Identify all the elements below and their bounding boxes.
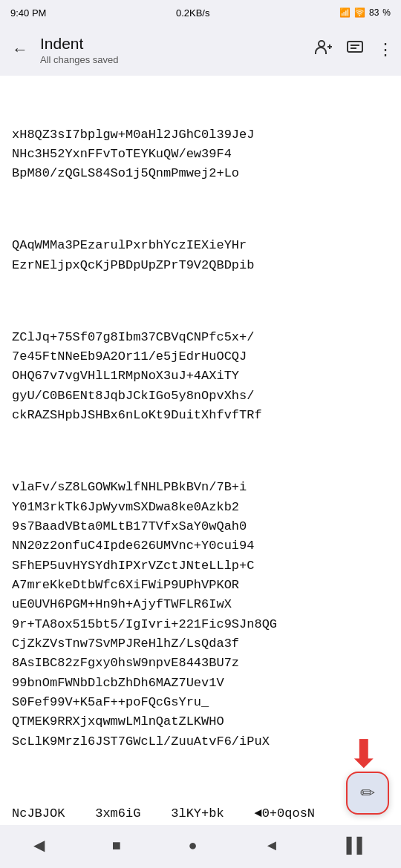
paragraph-4: vlaFv/sZ8LGOWKwlfNHLPBkBVn/7B+i Y01M3rkT… xyxy=(12,478,389,752)
status-bar: 9:40 PM 0.2KB/s 📶 🛜 83 % xyxy=(0,0,401,24)
paragraph-1: xH8QZ3sI7bplgw+M0aHl2JGhC0l39JeJ NHc3H52… xyxy=(12,125,389,184)
back-button[interactable]: ← xyxy=(7,36,33,64)
media-pause-icon[interactable]: ▌▌ xyxy=(339,834,374,857)
svg-point-0 xyxy=(319,41,325,47)
edit-icon: ✏ xyxy=(360,783,375,803)
edit-fab-button[interactable]: ✏ xyxy=(346,772,389,815)
battery-icon: 83 xyxy=(369,7,379,18)
back-nav-icon[interactable]: ◀ xyxy=(26,833,52,857)
paragraph-3: ZClJq+75Sf07g8Ibm37CBVqCNPfc5x+/ 7e45FtN… xyxy=(12,328,389,426)
add-person-button[interactable] xyxy=(315,39,333,61)
bottom-text: NcJBJOK 3xm6iG 3lKY+bk ◄0+0qosN xyxy=(12,804,389,823)
app-subtitle: All changes saved xyxy=(40,54,307,65)
svg-rect-3 xyxy=(348,42,362,52)
status-icons: 📶 🛜 83 % xyxy=(339,7,391,18)
status-time: 9:40 PM xyxy=(10,7,46,19)
app-title: Indent xyxy=(40,34,307,53)
recents-icon[interactable]: ● xyxy=(180,834,204,857)
comment-button[interactable] xyxy=(346,39,364,61)
paragraph-2: QAqWMMa3PEzarulPxrbhYczIEXieYHr EzrNEljp… xyxy=(12,236,389,275)
media-back-icon[interactable]: ◄ xyxy=(257,834,287,857)
app-bar: ← Indent All changes saved ⋮ xyxy=(0,24,401,76)
bottom-navigation-bar: ◀ ■ ● ◄ ▌▌ xyxy=(0,825,401,868)
content-area: xH8QZ3sI7bplgw+M0aHl2JGhC0l39JeJ NHc3H52… xyxy=(0,76,401,868)
battery-percent: % xyxy=(382,7,391,18)
signal-icon: 📶 xyxy=(339,7,351,18)
more-options-button[interactable]: ⋮ xyxy=(377,40,394,59)
wifi-icon: 🛜 xyxy=(354,7,365,18)
status-data: 0.2KB/s xyxy=(176,7,210,19)
title-block: Indent All changes saved xyxy=(40,34,307,65)
home-icon[interactable]: ■ xyxy=(105,834,128,857)
app-bar-actions: ⋮ xyxy=(315,39,394,61)
